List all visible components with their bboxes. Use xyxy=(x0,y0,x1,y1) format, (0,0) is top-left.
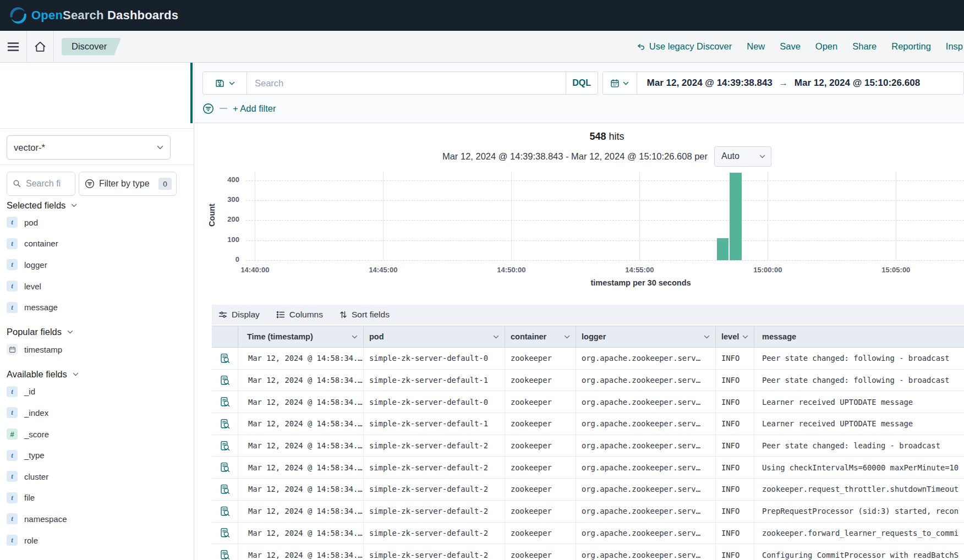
sidebar-field-item-timestamp[interactable]: timestamp xyxy=(7,339,189,360)
sidebar-field-item[interactable]: t role xyxy=(7,530,189,551)
y-tick-label: 300 xyxy=(212,195,239,204)
sidebar-field-item[interactable]: # _score xyxy=(7,424,189,445)
sort-arrows-icon xyxy=(339,310,347,319)
nav-action-link[interactable]: Open xyxy=(815,41,837,52)
expand-document-icon[interactable] xyxy=(220,484,230,495)
histogram-bar[interactable] xyxy=(716,238,729,260)
expand-document-icon[interactable] xyxy=(220,397,230,407)
nav-action-link[interactable]: Share xyxy=(852,41,877,52)
column-header-level[interactable]: level xyxy=(715,326,754,347)
sort-fields-button[interactable]: Sort fields xyxy=(339,310,390,320)
chevron-down-icon[interactable] xyxy=(704,335,710,339)
date-to[interactable]: Mar 12, 2024 @ 15:10:26.608 xyxy=(795,78,920,89)
sidebar-field-item[interactable]: t namespace xyxy=(7,508,189,530)
expand-document-icon[interactable] xyxy=(220,419,230,429)
cell-message: Using checkIntervalMs=60000 maxPerMinute… xyxy=(754,457,964,478)
histogram-plot[interactable]: 14:40:0014:45:0014:50:0014:55:0015:00:00… xyxy=(246,172,964,260)
sidebar-field-item[interactable]: t logger xyxy=(7,254,189,276)
cell-container: zookeeper xyxy=(505,457,576,478)
filter-bar: + Add filter xyxy=(202,102,964,115)
nav-action-link[interactable]: Reporting xyxy=(891,41,931,52)
sidebar-field-item[interactable]: t _id xyxy=(7,381,189,403)
expand-document-icon[interactable] xyxy=(220,506,230,517)
field-label: namespace xyxy=(24,514,67,524)
y-tick-label: 200 xyxy=(212,215,239,223)
field-label: _id xyxy=(24,387,35,396)
chevron-down-icon[interactable] xyxy=(493,335,499,339)
column-header-time[interactable]: Time (timestamp) xyxy=(238,326,363,347)
available-fields-header[interactable]: Available fields xyxy=(7,368,189,381)
menu-hamburger-icon[interactable] xyxy=(0,31,26,62)
search-input[interactable] xyxy=(247,72,566,94)
nav-action-link[interactable]: New xyxy=(747,41,765,52)
sidebar-field-item[interactable]: t file xyxy=(7,487,189,509)
query-language-button[interactable]: DQL xyxy=(566,72,598,94)
table-row: Mar 12, 2024 @ 14:58:34.… simple-zk-serv… xyxy=(212,479,964,501)
cell-container: zookeeper xyxy=(505,413,576,435)
display-options-button[interactable]: Display xyxy=(218,310,260,320)
sidebar-field-item[interactable]: t container xyxy=(7,233,189,255)
x-tick-label: 15:00:00 xyxy=(746,266,790,274)
column-header-container[interactable]: container xyxy=(505,326,576,347)
field-search-input[interactable] xyxy=(26,179,67,189)
saved-query-menu-button[interactable] xyxy=(203,72,247,94)
expand-document-icon[interactable] xyxy=(220,528,230,538)
field-search-input-box[interactable] xyxy=(7,172,75,196)
expand-document-icon[interactable] xyxy=(220,550,230,560)
use-legacy-discover-link[interactable]: Use legacy Discover xyxy=(637,41,732,52)
selected-fields-header[interactable]: Selected fields xyxy=(7,199,189,212)
interval-select[interactable]: Auto xyxy=(714,146,771,167)
sidebar-field-item[interactable]: t cluster xyxy=(7,466,189,487)
column-header-message[interactable]: message xyxy=(754,326,964,347)
table-row: Mar 12, 2024 @ 14:58:34.… simple-zk-serv… xyxy=(212,523,964,545)
cell-level: INFO xyxy=(715,413,754,435)
date-quick-menu-button[interactable] xyxy=(603,72,637,94)
columns-button[interactable]: Columns xyxy=(276,310,323,320)
arrow-right-icon: → xyxy=(779,78,788,88)
sidebar-field-chooser: vector-* Filter by type 0 Selected field… xyxy=(0,63,194,560)
field-type-badge: # xyxy=(7,429,18,440)
sidebar-field-item[interactable]: t level xyxy=(7,276,189,297)
filter-by-type-button[interactable]: Filter by type 0 xyxy=(79,172,177,196)
field-type-badge: t xyxy=(7,513,18,524)
expand-document-icon[interactable] xyxy=(220,441,230,451)
cell-container: zookeeper xyxy=(505,479,576,500)
table-row: Mar 12, 2024 @ 14:58:34.… simple-zk-serv… xyxy=(212,413,964,435)
chevron-down-icon[interactable] xyxy=(564,335,570,339)
calendar-icon xyxy=(610,79,620,88)
main-content: DQL Mar 12, 2024 @ 14:39:38.843 → Mar 12… xyxy=(194,63,964,560)
cell-time: Mar 12, 2024 @ 14:58:34.… xyxy=(238,457,363,478)
index-pattern-select[interactable]: vector-* xyxy=(7,135,171,160)
calendar-field-icon xyxy=(7,344,18,355)
y-tick-label: 100 xyxy=(212,235,239,244)
cell-container: zookeeper xyxy=(505,501,576,522)
sidebar-field-item[interactable]: t message xyxy=(7,297,189,318)
field-type-badge: t xyxy=(7,492,18,503)
home-icon[interactable] xyxy=(27,31,53,62)
column-header-logger[interactable]: logger xyxy=(576,326,715,347)
nav-action-link[interactable]: Save xyxy=(780,41,801,52)
expand-document-icon[interactable] xyxy=(220,462,230,473)
cell-logger: org.apache.zookeeper.serv… xyxy=(576,413,715,435)
popular-fields-header[interactable]: Popular fields xyxy=(7,326,189,339)
cell-message: Learner received UPTODATE message xyxy=(754,391,964,413)
sidebar-field-item[interactable]: t _type xyxy=(7,444,189,466)
column-header-pod[interactable]: pod xyxy=(363,326,505,347)
nav-action-link[interactable]: Insp xyxy=(946,41,963,52)
add-filter-link[interactable]: + Add filter xyxy=(233,103,276,114)
histogram-bar[interactable] xyxy=(729,173,742,260)
table-toolbar: Display Columns Sort fields xyxy=(212,305,964,325)
filter-options-icon[interactable] xyxy=(202,103,214,114)
chevron-down-icon[interactable] xyxy=(352,335,358,339)
chevron-down-icon[interactable] xyxy=(742,335,748,339)
expand-document-icon[interactable] xyxy=(220,353,230,364)
sidebar-field-item[interactable]: t pod xyxy=(7,212,189,233)
cell-message: zookeeper.request_throttler.shutdownTime… xyxy=(754,479,964,500)
hits-label: hits xyxy=(609,131,625,142)
date-from[interactable]: Mar 12, 2024 @ 14:39:38.843 xyxy=(647,78,773,89)
expand-document-icon[interactable] xyxy=(220,375,230,386)
field-label: cluster xyxy=(24,472,48,481)
breadcrumb-discover[interactable]: Discover xyxy=(62,38,121,56)
cell-pod: simple-zk-server-default-2 xyxy=(363,457,505,478)
sidebar-field-item[interactable]: t _index xyxy=(7,402,189,424)
